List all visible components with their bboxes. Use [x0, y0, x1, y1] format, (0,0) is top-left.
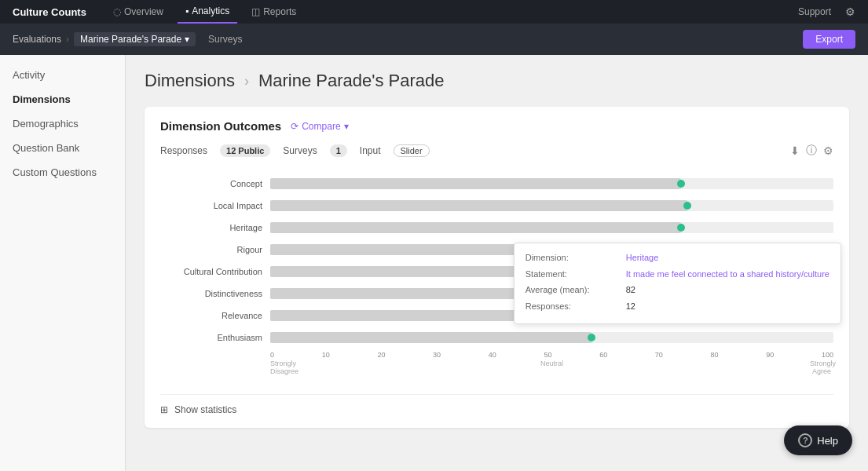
chart-label-relevance: Relevance [160, 311, 270, 320]
card-title: Dimension Outcomes [160, 119, 281, 133]
tooltip-average-label: Average (mean): [526, 283, 620, 297]
chart-label-rigour: Rigour [160, 245, 270, 254]
breadcrumb-surveys[interactable]: Surveys [208, 34, 242, 45]
compare-button[interactable]: ⟳ Compare ▾ [291, 121, 348, 132]
dimension-outcomes-card: Dimension Outcomes ⟳ Compare ▾ Responses… [145, 107, 849, 428]
table-icon: ⊞ [160, 404, 168, 415]
tooltip-responses-label: Responses: [526, 300, 620, 313]
chart-label-distinctiveness: Distinctiveness [160, 289, 270, 298]
page-separator: › [244, 73, 249, 89]
tooltip-statement-value: It made me feel connected to a shared hi… [626, 268, 830, 281]
main-layout: Activity Dimensions Demographics Questio… [0, 55, 868, 471]
responses-bar: Responses 12 Public Surveys 1 Input Slid… [160, 144, 833, 158]
chart-label-cultural-contribution: Cultural Contribution [160, 267, 270, 276]
axis-sub-labels: StronglyDisagree Neutral StronglyAgree [270, 360, 833, 375]
tooltip-dimension-value: Heritage [626, 251, 659, 265]
chart-label-heritage: Heritage [160, 223, 270, 232]
responses-label: Responses [160, 145, 207, 156]
chart-actions: ⬇ ⓘ ⚙ [790, 144, 833, 158]
chevron-down-icon: ▾ [185, 34, 189, 45]
page-subtitle: Marine Parade's Parade [258, 71, 445, 91]
brand-logo: Culture Counts [13, 6, 86, 18]
axis-labels: 0 10 20 30 40 50 60 70 80 90 100 [270, 351, 833, 359]
input-label: Input [360, 145, 381, 156]
main-content: Dimensions › Marine Parade's Parade Dime… [126, 55, 868, 471]
sidebar-item-question-bank[interactable]: Question Bank [0, 136, 125, 160]
axis-neutral: Neutral [540, 360, 563, 375]
top-nav: Culture Counts ◌ Overview ▪ Analytics ◫ … [0, 0, 868, 24]
chart-label-enthusiasm: Enthusiasm [160, 333, 270, 342]
axis-strongly-disagree: StronglyDisagree [270, 360, 294, 375]
gear-icon[interactable]: ⚙ [845, 5, 855, 18]
chart-dot-local-impact [683, 202, 691, 210]
nav-analytics[interactable]: ▪ Analytics [178, 0, 237, 24]
reports-icon: ◫ [251, 6, 260, 17]
breadcrumb-evaluations[interactable]: Evaluations [13, 34, 61, 45]
surveys-count: 1 [330, 144, 347, 157]
chart-dot-enthusiasm [588, 334, 595, 341]
page-title: Dimensions [145, 71, 235, 91]
chart-bar-concept [270, 178, 833, 189]
card-header: Dimension Outcomes ⟳ Compare ▾ [160, 119, 833, 133]
breadcrumb-parade[interactable]: Marine Parade's Parade ▾ [74, 32, 196, 46]
sidebar-item-demographics[interactable]: Demographics [0, 111, 125, 136]
help-button[interactable]: ? Help [784, 425, 852, 455]
sidebar: Activity Dimensions Demographics Questio… [0, 55, 126, 471]
sidebar-item-activity[interactable]: Activity [0, 63, 125, 87]
tooltip-average-value: 82 [626, 283, 635, 297]
axis-strongly-agree: StronglyAgree [810, 360, 833, 375]
analytics-icon: ▪ [185, 5, 189, 16]
chart-row-concept: Concept [160, 175, 833, 192]
chart-axis: 0 10 20 30 40 50 60 70 80 90 100 [270, 351, 833, 375]
chart-label-concept: Concept [160, 179, 270, 188]
page-header: Dimensions › Marine Parade's Parade [145, 71, 849, 91]
breadcrumb-bar: Evaluations › Marine Parade's Parade ▾ S… [0, 24, 868, 55]
responses-count: 12 Public [220, 144, 270, 157]
chart-row-local-impact: Local Impact [160, 197, 833, 214]
chart-label-local-impact: Local Impact [160, 201, 270, 210]
chart-dot-concept [677, 180, 685, 188]
export-button[interactable]: Export [803, 30, 855, 49]
chart-row-enthusiasm: Enthusiasm [160, 329, 833, 346]
support-link[interactable]: Support [798, 6, 831, 17]
tooltip-dimension-label: Dimension: [526, 251, 620, 265]
overview-icon: ◌ [113, 6, 121, 17]
sidebar-item-custom-questions[interactable]: Custom Questions [0, 160, 125, 184]
heritage-tooltip: Dimension: Heritage Statement: It made m… [514, 243, 841, 324]
tooltip-statement-label: Statement: [526, 268, 620, 281]
surveys-label: Surveys [283, 145, 317, 156]
settings-icon[interactable]: ⚙ [823, 144, 833, 157]
nav-reports[interactable]: ◫ Reports [244, 0, 304, 24]
chart-dot-heritage [677, 224, 685, 232]
compare-icon: ⟳ [291, 121, 298, 132]
chart-area: Concept Local Impact [160, 169, 833, 382]
chart-row-heritage: Heritage Dimension: Heritage State [160, 219, 833, 236]
compare-chevron-icon: ▾ [344, 121, 349, 132]
tooltip-responses-value: 12 [626, 300, 635, 313]
info-icon[interactable]: ⓘ [806, 144, 817, 158]
download-icon[interactable]: ⬇ [790, 144, 800, 157]
input-value: Slider [394, 144, 430, 157]
sidebar-item-dimensions[interactable]: Dimensions [0, 87, 125, 111]
show-statistics-button[interactable]: ⊞ Show statistics [160, 394, 833, 415]
breadcrumb-sep1: › [66, 34, 69, 45]
help-icon: ? [798, 433, 812, 447]
nav-overview[interactable]: ◌ Overview [105, 0, 171, 24]
